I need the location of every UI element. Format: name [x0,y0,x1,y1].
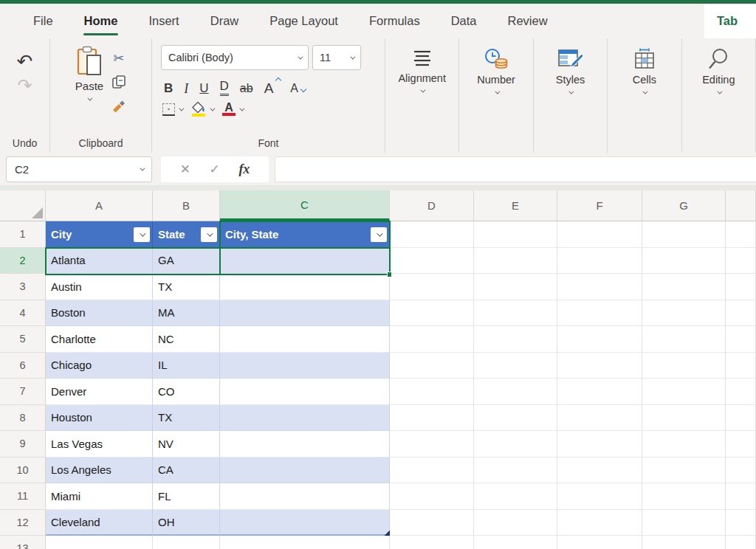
cell-G13[interactable] [642,536,726,549]
ribbon-group-alignment[interactable]: Alignment [385,38,459,153]
cell-C4[interactable] [220,300,390,327]
cell-A7[interactable]: Denver [46,379,153,405]
row-header-4[interactable]: 4 [0,300,46,327]
italic-button[interactable]: I [184,81,188,96]
cell-C3[interactable] [220,274,390,300]
cell-A4[interactable]: Boston [46,300,153,327]
fill-handle[interactable] [387,272,393,277]
cell-H4[interactable] [726,300,756,327]
cell-F4[interactable] [557,300,642,327]
cell-E3[interactable] [474,274,557,300]
cell-H3[interactable] [726,274,756,300]
cell-C7[interactable] [220,379,390,405]
column-header-partial[interactable] [726,190,756,221]
cell-A5[interactable]: Charlotte [46,326,153,353]
cell-D11[interactable] [390,483,474,510]
cell-D8[interactable] [390,405,474,432]
cell-C1[interactable]: City, State [220,221,390,248]
ribbon-group-number[interactable]: Number [459,38,533,153]
cell-C11[interactable] [220,483,390,510]
cell-D9[interactable] [390,431,474,458]
row-header-6[interactable]: 6 [0,353,46,379]
cell-G9[interactable] [642,431,726,458]
column-header-F[interactable]: F [557,190,642,221]
cell-H5[interactable] [726,326,756,353]
cell-F3[interactable] [557,274,642,300]
column-header-B[interactable]: B [153,190,220,221]
row-header-8[interactable]: 8 [0,405,46,432]
row-header-13[interactable]: 13 [0,536,46,549]
borders-button[interactable] [162,103,182,116]
cell-E13[interactable] [474,536,557,549]
cell-C2[interactable] [220,248,390,274]
tab-data[interactable]: Data [436,4,492,38]
column-header-C[interactable]: C [220,190,390,221]
column-header-D[interactable]: D [390,190,474,221]
cell-F7[interactable] [557,379,642,405]
formula-input[interactable] [275,156,756,182]
tab-home[interactable]: Home [69,4,134,38]
cell-G7[interactable] [642,379,726,405]
cell-F2[interactable] [557,248,642,274]
cell-E6[interactable] [474,353,557,379]
cell-B3[interactable]: TX [153,274,220,300]
row-header-12[interactable]: 12 [0,510,46,536]
cell-G10[interactable] [642,458,726,484]
cell-B5[interactable]: NC [153,326,220,353]
row-header-9[interactable]: 9 [0,431,46,458]
cell-D2[interactable] [390,248,474,274]
cell-E11[interactable] [474,483,557,510]
cell-E1[interactable] [474,221,557,248]
ribbon-group-editing[interactable]: Editing [682,38,756,153]
table-resize-handle[interactable] [385,531,390,536]
cell-E8[interactable] [474,405,557,432]
cell-C9[interactable] [220,431,390,458]
cell-G5[interactable] [642,326,726,353]
cell-B10[interactable]: CA [153,458,220,484]
cell-C10[interactable] [220,458,390,484]
redo-icon[interactable]: ↷ [17,77,32,94]
cell-B2[interactable]: GA [153,248,220,274]
copy-icon[interactable] [111,75,126,89]
cell-A12[interactable]: Cleveland [46,510,153,536]
font-name-select[interactable]: Calibri (Body) [161,45,309,70]
row-header-3[interactable]: 3 [0,274,46,300]
cell-G12[interactable] [642,510,726,536]
cell-F13[interactable] [557,536,642,549]
underline-button[interactable]: U [199,81,208,96]
cell-A1[interactable]: City [46,221,153,248]
decrease-font-button[interactable]: A [290,81,304,96]
font-size-select[interactable]: 11 [312,45,361,70]
tab-insert[interactable]: Insert [133,4,194,38]
cell-B13[interactable] [153,536,220,549]
ribbon-group-styles[interactable]: Styles [534,38,608,153]
tab-formulas[interactable]: Formulas [354,4,436,38]
row-header-2[interactable]: 2 [0,248,46,274]
font-color-button[interactable]: A [222,103,243,116]
name-box[interactable]: C2 [6,156,152,182]
cell-E9[interactable] [474,431,557,458]
cell-C8[interactable] [220,405,390,432]
cell-D10[interactable] [390,458,474,484]
cell-G3[interactable] [642,274,726,300]
insert-function-icon[interactable]: fx [238,162,250,177]
cell-E2[interactable] [474,248,557,274]
cell-H9[interactable] [726,431,756,458]
filter-button-city-state[interactable] [371,227,387,242]
cell-H6[interactable] [726,353,756,379]
cell-F1[interactable] [557,221,642,248]
cell-F8[interactable] [557,405,642,432]
cell-H8[interactable] [726,405,756,432]
cell-G1[interactable] [642,221,726,248]
column-header-G[interactable]: G [642,190,726,221]
bold-button[interactable]: B [164,81,173,96]
filter-button-state[interactable] [201,227,217,242]
cell-C5[interactable] [220,326,390,353]
tab-file[interactable]: File [18,4,69,38]
increase-font-button[interactable]: A [264,81,280,96]
cell-E4[interactable] [474,300,557,327]
select-all-corner[interactable] [0,190,46,221]
cell-B7[interactable]: CO [153,379,220,405]
cell-H2[interactable] [726,248,756,274]
cell-B6[interactable]: IL [153,353,220,379]
